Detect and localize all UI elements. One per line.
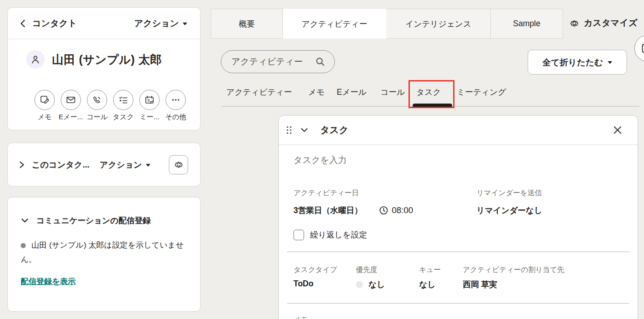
task-panel-header: タスク [279, 116, 638, 145]
subscriptions-card: コミュニケーションの配信登録 山田 (サンプル) 太郎は設定を示していません。 … [7, 197, 201, 312]
due-date-label: アクティビティー日 [293, 188, 359, 198]
back-button[interactable]: コンタクト [20, 17, 77, 29]
actions-label: アクション [134, 17, 179, 29]
tab-sample[interactable]: Sample [491, 9, 563, 39]
reminder-select[interactable]: リマインダーなし [477, 205, 542, 216]
show-subscriptions-link[interactable]: 配信登録を表示 [21, 276, 75, 287]
assignee-label: アクティビティーの割り当て先 [463, 265, 564, 275]
search-icon [315, 57, 325, 67]
quick-action-meeting[interactable]: ミー... [139, 90, 160, 122]
drag-handle-icon[interactable] [284, 124, 294, 136]
tab-intelligence[interactable]: インテリジェンス [386, 9, 491, 39]
chevron-right-icon[interactable] [19, 161, 24, 169]
contact-card-header: コンタクト アクション [8, 8, 200, 39]
quick-action-task[interactable]: タスク [113, 90, 133, 122]
divider [287, 251, 629, 252]
filter-tab-email[interactable]: Eメール [337, 87, 367, 98]
task-type-label: タスクタイプ [293, 265, 337, 275]
assignee-select[interactable]: 西岡 草実 [463, 279, 497, 290]
filter-tab-meetings[interactable]: ミーティング [457, 87, 506, 98]
task-title-input[interactable]: タスクを入力 [293, 154, 523, 166]
contact-card: コンタクト アクション 山田 (サンプル) 太郎 メモ [7, 7, 201, 130]
tab-overview[interactable]: 概要 [211, 9, 283, 39]
repeat-label: 繰り返しを設定 [310, 229, 367, 240]
filter-tab-calls[interactable]: コール [380, 87, 405, 98]
quick-action-note[interactable]: メモ [34, 90, 55, 122]
subscription-status: 山田 (サンプル) 太郎は設定を示していません。 [21, 238, 187, 267]
queue-select[interactable]: なし [419, 279, 436, 290]
divider [287, 303, 629, 304]
queue-label: キュー [419, 265, 441, 275]
about-card-title[interactable]: このコンタク... [32, 159, 90, 170]
annotation-highlight [408, 80, 454, 108]
back-label: コンタクト [32, 17, 77, 29]
contact-identity: 山田 (サンプル) 太郎 [8, 39, 200, 69]
close-icon[interactable] [611, 124, 624, 136]
about-actions-button[interactable]: アクション [100, 159, 150, 170]
chevron-down-icon [21, 218, 29, 223]
about-contact-card: このコンタク... アクション [7, 143, 201, 186]
contact-actions-button[interactable]: アクション [134, 17, 187, 29]
quick-actions-row: メモ Eメー... コール タスク [34, 90, 186, 122]
subscriptions-toggle[interactable]: コミュニケーションの配信登録 [21, 215, 187, 226]
quick-action-more[interactable]: その他 [166, 90, 186, 122]
search-placeholder: アクティビティー [231, 56, 310, 68]
more-icon [166, 90, 186, 110]
settings-button[interactable] [169, 155, 188, 174]
customize-button[interactable]: カスタマイズ [569, 17, 638, 29]
due-date-select[interactable]: 3営業日（水曜日） [293, 205, 362, 216]
record-tabs: 概要 アクティビティー インテリジェンス Sample [211, 9, 563, 39]
status-dot-icon [21, 243, 26, 248]
priority-select[interactable]: なし [356, 279, 385, 290]
avatar [26, 50, 45, 69]
memo-label: メモ [293, 315, 308, 319]
filter-tab-notes[interactable]: メモ [308, 87, 325, 98]
meeting-icon [139, 90, 160, 110]
clock-icon [379, 206, 388, 215]
filter-tab-activities[interactable]: アクティビティー [226, 87, 292, 98]
quick-action-call[interactable]: コール [87, 90, 107, 122]
priority-label: 優先度 [356, 265, 378, 275]
chevron-left-icon [20, 19, 26, 28]
subscriptions-title: コミュニケーションの配信登録 [36, 215, 151, 226]
note-icon [34, 90, 55, 110]
quick-action-email[interactable]: Eメー... [61, 90, 81, 122]
task-icon [113, 90, 133, 110]
collapse-panel-chevron-icon[interactable] [300, 128, 308, 133]
panel-expand-icon [642, 44, 644, 53]
email-icon [61, 90, 81, 110]
repeat-checkbox[interactable] [293, 230, 304, 240]
priority-dot-icon [356, 281, 363, 288]
due-time-select[interactable]: 08:00 [379, 205, 413, 215]
person-icon [30, 54, 40, 64]
caret-down-icon [183, 23, 187, 25]
task-type-select[interactable]: ToDo [293, 279, 313, 289]
contact-name: 山田 (サンプル) 太郎 [52, 52, 162, 67]
task-panel-title: タスク [320, 124, 348, 136]
gear-icon [569, 18, 579, 28]
tab-activities[interactable]: アクティビティー [283, 9, 386, 39]
caret-down-icon [146, 164, 150, 167]
collapse-all-button[interactable]: 全て折りたたむ [528, 50, 627, 75]
call-icon [87, 90, 107, 110]
caret-down-icon [608, 61, 612, 64]
reminder-label: リマインダーを送信 [477, 188, 542, 198]
activity-search-input[interactable]: アクティビティー [221, 50, 335, 73]
task-panel: タスク タスクを入力 アクティビティー日 3営業日（水曜日） 08:00 リマイ… [278, 115, 638, 319]
expand-panel-button[interactable] [634, 35, 644, 62]
repeat-row: 繰り返しを設定 [293, 229, 367, 240]
gear-icon [174, 160, 184, 169]
